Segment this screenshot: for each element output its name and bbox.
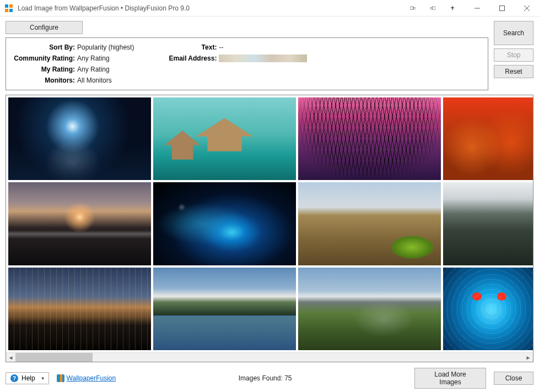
svg-rect-4: [410, 7, 413, 9]
pin-icon[interactable]: [443, 0, 462, 17]
chevron-down-icon: ▼: [41, 376, 45, 381]
text-filter-value: --: [219, 43, 223, 51]
wallpaper-thumbnail[interactable]: [8, 268, 151, 350]
window-title: Load Image from WallpaperFusion • Displa…: [18, 4, 190, 12]
wallpaper-thumbnail[interactable]: [153, 182, 296, 265]
minimize-button[interactable]: [465, 0, 489, 17]
text-filter-label: Text:: [167, 43, 217, 51]
status-images-found: Images Found: 75: [239, 374, 292, 382]
scroll-left-arrow-icon[interactable]: ◄: [6, 353, 15, 362]
monitors-value: All Monitors: [77, 77, 112, 84]
app-icon: [4, 4, 13, 13]
help-label: Help: [21, 374, 35, 382]
email-label: Email Address:: [167, 55, 217, 62]
wallpaper-thumbnail[interactable]: [443, 97, 533, 180]
wallpaper-thumbnail[interactable]: [8, 182, 151, 265]
results-grid: ◄ ►: [6, 95, 533, 362]
svg-rect-6: [430, 8, 432, 9]
svg-rect-5: [413, 8, 416, 9]
move-to-monitor-left-icon[interactable]: [403, 0, 423, 17]
wallpaper-thumbnail[interactable]: [153, 268, 296, 350]
scrollbar-handle[interactable]: [15, 353, 93, 362]
titlebar-extra-icons: [403, 0, 462, 16]
sort-by-value: Popularity (highest): [77, 43, 134, 51]
horizontal-scrollbar[interactable]: ◄ ►: [6, 352, 533, 362]
reset-button[interactable]: Reset: [494, 65, 533, 78]
email-value-redacted: [219, 55, 307, 62]
svg-rect-0: [5, 4, 8, 8]
monitors-label: Monitors:: [12, 77, 75, 84]
close-button[interactable]: Close: [494, 372, 533, 385]
community-rating-label: Community Rating:: [12, 55, 75, 62]
wallpaperfusion-icon: [57, 374, 64, 382]
stop-button[interactable]: Stop: [494, 48, 533, 62]
wallpaper-thumbnail[interactable]: [298, 97, 441, 180]
sort-by-label: Sort By:: [12, 43, 75, 51]
wallpaper-thumbnail[interactable]: [443, 268, 533, 350]
configure-button[interactable]: Configure: [6, 21, 83, 34]
window-controls: [465, 0, 539, 16]
my-rating-label: My Rating:: [12, 66, 75, 73]
svg-rect-7: [432, 7, 435, 9]
maximize-button[interactable]: [489, 0, 514, 17]
help-icon: ?: [10, 374, 18, 382]
wallpaperfusion-link-label: WallpaperFusion: [67, 374, 116, 382]
my-rating-value: Any Rating: [77, 66, 110, 73]
wallpaper-thumbnail[interactable]: [153, 97, 296, 180]
close-window-button[interactable]: [514, 0, 539, 17]
svg-rect-3: [9, 9, 13, 12]
wallpaper-thumbnail[interactable]: [443, 182, 533, 265]
wallpaperfusion-link[interactable]: WallpaperFusion: [57, 374, 116, 382]
svg-rect-9: [499, 6, 504, 11]
help-button[interactable]: ? Help ▼: [6, 372, 49, 384]
wallpaper-thumbnail[interactable]: [298, 268, 441, 350]
titlebar: Load Image from WallpaperFusion • Displa…: [0, 0, 539, 17]
load-more-images-button[interactable]: Load More Images: [414, 368, 486, 389]
move-to-monitor-right-icon[interactable]: [423, 0, 443, 17]
search-button[interactable]: Search: [494, 21, 533, 45]
community-rating-value: Any Rating: [77, 55, 110, 62]
scroll-right-arrow-icon[interactable]: ►: [524, 353, 533, 362]
wallpaper-thumbnail[interactable]: [298, 182, 441, 265]
filter-panel: Sort By: Popularity (highest) Community …: [6, 37, 488, 90]
wallpaper-thumbnail[interactable]: [8, 97, 151, 180]
svg-rect-1: [9, 4, 13, 8]
svg-rect-2: [5, 9, 8, 12]
